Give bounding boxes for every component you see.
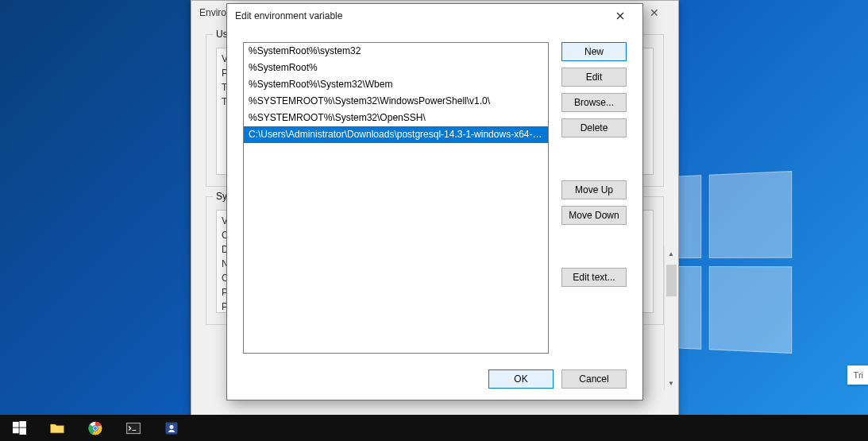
edit-text-button[interactable]: Edit text... [561,268,627,287]
scroll-thumb[interactable] [666,265,677,296]
cancel-button[interactable]: Cancel [561,369,627,389]
taskbar-chrome[interactable] [76,415,114,441]
close-icon [616,12,624,20]
new-button[interactable]: New [561,42,627,61]
svg-point-8 [94,427,97,430]
chrome-icon [87,420,103,436]
svg-rect-9 [127,423,141,433]
svg-point-11 [170,424,174,428]
start-button[interactable] [0,415,38,441]
svg-rect-1 [19,421,26,427]
svg-rect-2 [13,428,19,434]
windows-icon [13,421,26,435]
button-column: New Edit Browse... Delete Move Up Move D… [561,42,627,354]
edit-environment-variable-dialog: Edit environment variable %SystemRoot%\s… [226,3,643,400]
path-list[interactable]: %SystemRoot%\system32%SystemRoot%%System… [243,42,549,354]
svg-rect-3 [19,428,26,435]
dialog-titlebar[interactable]: Edit environment variable [227,4,642,28]
path-item[interactable]: %SystemRoot%\system32 [244,43,548,60]
taskbar-file-explorer[interactable] [38,415,76,441]
scroll-down-arrow[interactable]: ▼ [665,377,677,390]
path-item[interactable]: %SYSTEMROOT%\System32\OpenSSH\ [244,110,548,126]
close-button[interactable] [604,5,636,27]
delete-button[interactable]: Delete [561,118,627,137]
scroll-up-arrow[interactable]: ▲ [665,247,677,261]
taskbar[interactable] [0,415,868,441]
edit-button[interactable]: Edit [561,68,627,87]
path-item[interactable]: %SystemRoot% [244,60,548,76]
folder-icon [49,420,65,436]
dialog-title: Edit environment variable [235,10,342,21]
path-item[interactable]: %SystemRoot%\System32\Wbem [244,76,548,93]
parent-scrollbar[interactable]: ▲ ▼ [664,247,677,390]
path-item[interactable]: C:\Users\Administrator\Downloads\postgre… [244,126,548,143]
dialog-footer: OK Cancel [488,369,627,389]
svg-rect-0 [13,422,19,427]
watermark-badge: Tri [847,366,868,385]
browse-button[interactable]: Browse... [561,93,627,112]
parent-title-text: Enviro [199,7,226,18]
ok-button[interactable]: OK [488,369,554,389]
terminal-icon [125,420,141,436]
path-item[interactable]: %SYSTEMROOT%\System32\WindowsPowerShell\… [244,93,548,110]
app-icon [164,420,179,436]
parent-close-button[interactable]: ✕ [638,6,670,19]
taskbar-app[interactable] [152,415,191,441]
move-down-button[interactable]: Move Down [561,206,627,225]
taskbar-terminal[interactable] [114,415,152,441]
move-up-button[interactable]: Move Up [561,180,627,199]
